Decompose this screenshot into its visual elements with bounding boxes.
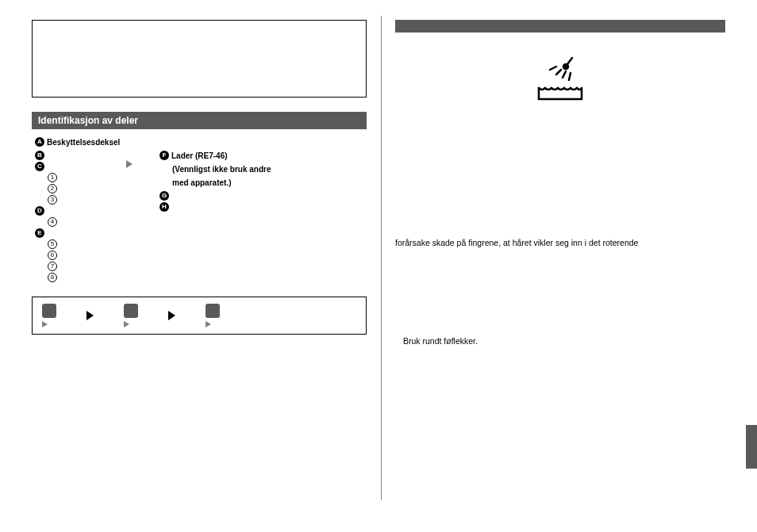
badge-D: D bbox=[35, 206, 44, 216]
chevron-right-icon bbox=[86, 311, 94, 320]
svg-line-0 bbox=[567, 58, 572, 64]
svg-line-5 bbox=[550, 67, 556, 70]
parts-list-col1: ABeskyttelsesdeksel B C 1 2 3 D 4 E 5 6 … bbox=[35, 136, 133, 282]
chevron-right-icon bbox=[168, 311, 175, 320]
arrow-right-icon bbox=[126, 160, 133, 168]
part-label: (Vennligst ikke bruk andre bbox=[172, 163, 271, 176]
paragraph-line: Bruk rundt føflekker. bbox=[403, 335, 725, 348]
badge-C: C bbox=[35, 162, 44, 171]
badge-E: E bbox=[35, 228, 44, 238]
section-header bbox=[395, 20, 725, 33]
parts-list-col2: FLader (RE7-46) (Vennligst ikke bruk and… bbox=[159, 149, 271, 282]
arrow-right-icon bbox=[206, 321, 211, 327]
badge-H: H bbox=[159, 202, 169, 212]
warning-box bbox=[32, 20, 367, 98]
left-column: Identifikasjon av deler ABeskyttelsesdek… bbox=[0, 0, 381, 532]
step-square-icon bbox=[42, 304, 56, 318]
manual-page: Identifikasjon av deler ABeskyttelsesdek… bbox=[0, 0, 757, 532]
step-3 bbox=[206, 304, 220, 327]
svg-point-1 bbox=[563, 64, 568, 69]
badge-2: 2 bbox=[48, 184, 57, 193]
page-edge-tab bbox=[746, 425, 757, 469]
part-label: med apparatet.) bbox=[172, 176, 231, 189]
badge-F: F bbox=[159, 151, 169, 160]
steps-box bbox=[32, 297, 367, 335]
parts-list: ABeskyttelsesdeksel B C 1 2 3 D 4 E 5 6 … bbox=[32, 129, 367, 289]
badge-B: B bbox=[35, 151, 44, 160]
body-text: Bruk rundt føflekker. bbox=[395, 335, 725, 348]
body-text: forårsake skade på fingrene, at håret vi… bbox=[395, 237, 725, 250]
badge-5: 5 bbox=[48, 239, 57, 249]
badge-3: 3 bbox=[48, 195, 57, 205]
badge-8: 8 bbox=[48, 273, 57, 282]
shower-icon bbox=[532, 56, 588, 109]
badge-7: 7 bbox=[48, 262, 57, 271]
arrow-right-icon bbox=[124, 321, 129, 327]
right-column: forårsake skade på fingrene, at håret vi… bbox=[381, 0, 757, 532]
badge-4: 4 bbox=[48, 217, 57, 227]
svg-line-3 bbox=[563, 71, 566, 78]
step-1 bbox=[42, 304, 56, 327]
part-label: Beskyttelsesdeksel bbox=[47, 136, 120, 149]
shower-illustration bbox=[395, 56, 725, 110]
step-2 bbox=[124, 304, 138, 327]
badge-6: 6 bbox=[48, 251, 57, 260]
part-label: Lader (RE7-46) bbox=[171, 149, 228, 163]
arrow-right-icon bbox=[42, 321, 48, 327]
svg-line-2 bbox=[556, 70, 561, 75]
badge-A: A bbox=[35, 137, 44, 147]
step-square-icon bbox=[124, 304, 138, 318]
step-square-icon bbox=[206, 304, 220, 318]
badge-G: G bbox=[159, 191, 169, 201]
section-header: Identifikasjon av deler bbox=[32, 112, 367, 129]
paragraph-line: forårsake skade på fingrene, at håret vi… bbox=[395, 237, 725, 250]
svg-line-4 bbox=[569, 73, 571, 80]
badge-1: 1 bbox=[48, 173, 57, 182]
